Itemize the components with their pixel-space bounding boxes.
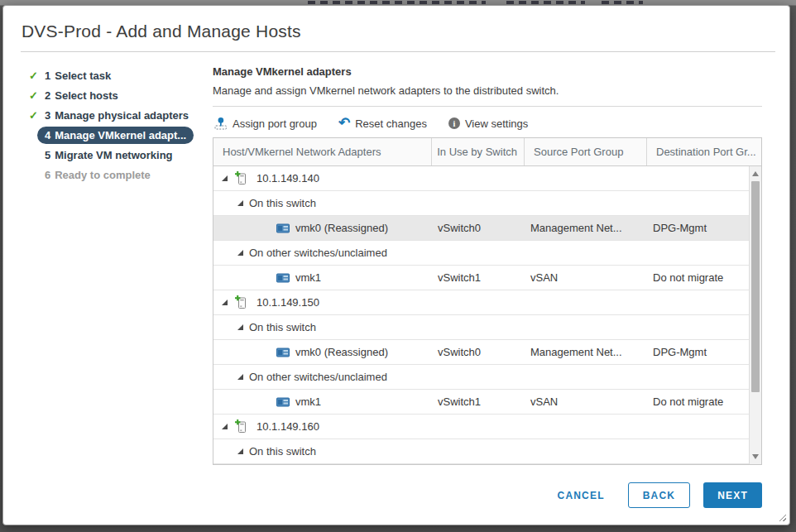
in-use-by-switch-value: vSwitch1 bbox=[431, 271, 524, 284]
dialog-footer: CANCEL BACK NEXT bbox=[549, 482, 762, 508]
step-label: Select task bbox=[55, 69, 111, 82]
expand-triangle-icon[interactable] bbox=[237, 200, 243, 206]
table-header-row: Host/VMkernel Network Adapters In Use by… bbox=[213, 138, 761, 166]
source-port-group-value: Management Net... bbox=[524, 222, 646, 234]
assign-port-group-button[interactable]: Assign port group bbox=[214, 117, 317, 130]
table-row-vmk1[interactable]: vmk1 vSwitch1 vSAN Do not migrate bbox=[213, 390, 749, 415]
expand-triangle-icon[interactable] bbox=[237, 448, 243, 454]
host-name: 10.1.149.160 bbox=[257, 420, 319, 433]
column-header-destination-port-group[interactable]: Destination Port Gr... bbox=[646, 138, 761, 165]
cancel-button[interactable]: CANCEL bbox=[549, 482, 613, 508]
expand-triangle-icon[interactable] bbox=[237, 374, 243, 380]
step-label: Manage physical adapters bbox=[55, 109, 189, 122]
step-label: Migrate VM networking bbox=[55, 149, 172, 161]
table-row-group[interactable]: On this switch bbox=[213, 439, 749, 464]
panel-subtitle: Manage and assign VMkernel network adapt… bbox=[213, 84, 762, 97]
next-button[interactable]: NEXT bbox=[703, 482, 762, 508]
column-header-source-port-group[interactable]: Source Port Group bbox=[524, 138, 646, 165]
manage-vmkernel-adapters-panel: Manage VMkernel adapters Manage and assi… bbox=[210, 52, 789, 465]
expand-triangle-icon[interactable] bbox=[237, 250, 243, 256]
panel-title: Manage VMkernel adapters bbox=[213, 65, 762, 78]
table-row-host[interactable]: 10.1.149.150 bbox=[213, 290, 749, 315]
resize-handle-icon[interactable] bbox=[777, 512, 786, 521]
source-port-group-value: vSAN bbox=[524, 271, 646, 284]
column-header-in-use-by-switch[interactable]: In Use by Switch bbox=[431, 138, 524, 165]
table-row-group[interactable]: On this switch bbox=[213, 191, 749, 216]
destination-port-group-value: DPG-Mgmt bbox=[646, 346, 749, 358]
adapter-name: vmk1 bbox=[295, 395, 321, 408]
wizard-step-migrate-vm-networking[interactable]: 5Migrate VM networking bbox=[29, 145, 210, 165]
view-settings-button[interactable]: i View settings bbox=[448, 117, 528, 130]
undo-icon: ↶ bbox=[338, 119, 350, 127]
in-use-by-switch-value: vSwitch0 bbox=[431, 222, 524, 234]
group-label: On other switches/unclaimed bbox=[249, 247, 387, 259]
vmkernel-adapters-table: Host/VMkernel Network Adapters In Use by… bbox=[213, 137, 762, 465]
host-icon bbox=[235, 419, 247, 434]
back-button[interactable]: BACK bbox=[628, 482, 690, 508]
reset-changes-label: Reset changes bbox=[355, 117, 427, 130]
step-label: Select hosts bbox=[55, 89, 118, 102]
source-port-group-value: vSAN bbox=[524, 395, 646, 408]
reset-changes-button[interactable]: ↶ Reset changes bbox=[338, 117, 427, 130]
destination-port-group-value: Do not migrate bbox=[646, 395, 749, 408]
wizard-step-select-hosts[interactable]: ✓ 2Select hosts bbox=[29, 85, 210, 105]
network-adapter-icon bbox=[276, 273, 290, 283]
scroll-down-icon[interactable] bbox=[752, 454, 759, 459]
wizard-step-manage-physical-adapters[interactable]: ✓ 3Manage physical adapters bbox=[29, 105, 210, 125]
group-label: On this switch bbox=[249, 321, 316, 333]
table-row-group[interactable]: On other switches/unclaimed bbox=[213, 365, 749, 390]
host-icon bbox=[235, 171, 247, 185]
host-name: 10.1.149.140 bbox=[257, 172, 319, 185]
step-label: Ready to complete bbox=[55, 169, 151, 181]
adapter-name: vmk1 bbox=[295, 271, 321, 284]
expand-triangle-icon[interactable] bbox=[237, 324, 243, 330]
wizard-steps-nav: ✓ 1Select task ✓ 2Select hosts ✓ 3Manage… bbox=[3, 52, 210, 185]
adapter-name: vmk0 (Reassigned) bbox=[295, 222, 388, 234]
table-row-vmk1[interactable]: vmk1 vSwitch1 vSAN Do not migrate bbox=[213, 266, 749, 290]
table-row-host[interactable]: 10.1.149.140 bbox=[213, 166, 749, 191]
expand-triangle-icon[interactable] bbox=[222, 175, 228, 181]
table-row-host[interactable]: 10.1.149.160 bbox=[213, 415, 749, 439]
table-scrollbar[interactable] bbox=[749, 166, 761, 464]
host-name: 10.1.149.150 bbox=[257, 296, 319, 309]
network-adapter-icon bbox=[276, 347, 290, 357]
table-row-vmk0[interactable]: vmk0 (Reassigned) vSwitch0 Management Ne… bbox=[213, 340, 749, 365]
group-label: On other switches/unclaimed bbox=[249, 371, 387, 383]
group-label: On this switch bbox=[249, 197, 316, 209]
adapter-name: vmk0 (Reassigned) bbox=[295, 346, 388, 358]
expand-triangle-icon[interactable] bbox=[222, 424, 228, 429]
network-adapter-icon bbox=[276, 397, 290, 407]
wizard-step-ready-to-complete: 6Ready to complete bbox=[29, 165, 210, 185]
background-page-strip bbox=[308, 1, 486, 4]
network-adapter-icon bbox=[276, 223, 290, 233]
table-row-group[interactable]: On other switches/unclaimed bbox=[213, 241, 749, 266]
in-use-by-switch-value: vSwitch0 bbox=[431, 346, 524, 358]
wizard-step-select-task[interactable]: ✓ 1Select task bbox=[29, 65, 210, 85]
view-settings-label: View settings bbox=[465, 117, 528, 130]
host-icon bbox=[235, 295, 247, 309]
source-port-group-value: Management Net... bbox=[524, 346, 646, 358]
background-page-strip bbox=[602, 1, 643, 4]
assign-port-group-label: Assign port group bbox=[233, 117, 317, 130]
in-use-by-switch-value: vSwitch1 bbox=[431, 395, 524, 408]
adapters-toolbar: Assign port group ↶ Reset changes i View… bbox=[213, 107, 762, 137]
destination-port-group-value: DPG-Mgmt bbox=[646, 222, 749, 234]
table-row-group[interactable]: On this switch bbox=[213, 315, 749, 340]
assign-port-group-icon bbox=[214, 117, 228, 130]
table-row-vmk0-selected[interactable]: vmk0 (Reassigned) vSwitch0 Management Ne… bbox=[213, 216, 749, 241]
column-header-host-adapters[interactable]: Host/VMkernel Network Adapters bbox=[213, 138, 431, 165]
background-page-strip bbox=[506, 1, 585, 4]
info-icon: i bbox=[448, 117, 460, 129]
expand-triangle-icon[interactable] bbox=[222, 300, 228, 305]
step-label: Manage VMkernel adapt... bbox=[55, 129, 186, 141]
scroll-up-icon[interactable] bbox=[752, 171, 759, 176]
add-and-manage-hosts-dialog: DVS-Prod - Add and Manage Hosts ✓ 1Selec… bbox=[2, 5, 790, 525]
scrollbar-thumb[interactable] bbox=[751, 181, 760, 392]
wizard-step-manage-vmkernel-adapters-active[interactable]: 4Manage VMkernel adapt... bbox=[29, 125, 210, 145]
dialog-title: DVS-Prod - Add and Manage Hosts bbox=[3, 6, 789, 51]
group-label: On this switch bbox=[249, 445, 316, 458]
destination-port-group-value: Do not migrate bbox=[646, 271, 749, 284]
